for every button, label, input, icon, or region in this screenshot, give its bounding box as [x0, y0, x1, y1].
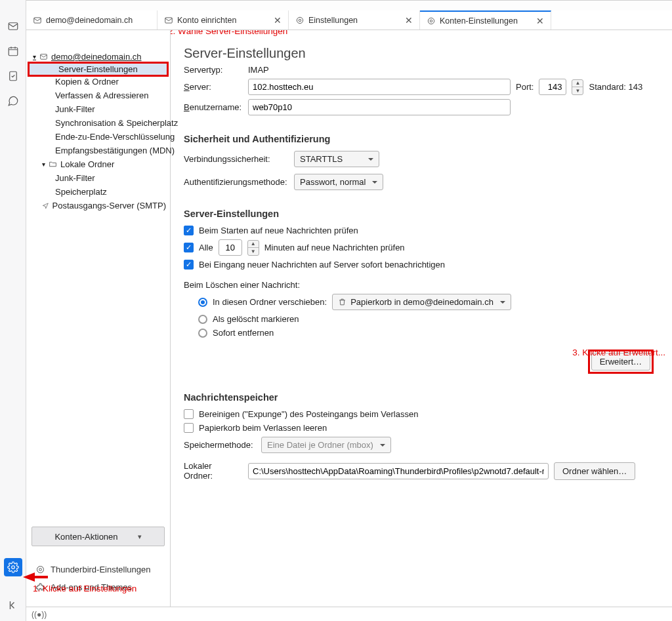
svg-point-3 [11, 566, 14, 569]
delete-remove-radio[interactable] [198, 329, 207, 338]
tab-label: Konto einrichten [177, 16, 236, 25]
sidebar-outgoing[interactable]: Postausgangs-Server (SMTP) [26, 199, 170, 212]
interval-spinner[interactable]: ▲▼ [247, 240, 259, 256]
server-input[interactable] [248, 79, 511, 95]
message-store-heading: Nachrichtenspeicher [184, 392, 659, 403]
status-bar: ((●)) [26, 607, 672, 621]
left-rail [0, 0, 26, 621]
svg-point-7 [297, 17, 303, 23]
delete-move-radio[interactable] [198, 298, 207, 307]
content-panel: Server-Einstellungen Servertyp: IMAP Ser… [171, 30, 672, 607]
servertype-value: IMAP [248, 65, 269, 75]
check-interval-input[interactable] [219, 239, 242, 256]
connsec-label: Verbindungssicherheit: [184, 154, 289, 164]
expunge-checkbox[interactable]: ✓ [184, 409, 194, 419]
choose-folder-button[interactable]: Ordner wählen… [554, 462, 635, 480]
sidebar-item-mdn[interactable]: Empfangsbestätigungen (MDN) [26, 144, 170, 157]
delete-move-label: In diesen Ordner verschieben: [213, 297, 327, 307]
chat-rail-icon[interactable] [4, 92, 22, 110]
settings-sidebar: ▾ demo@deinedomain.ch Server-Einstellung… [26, 30, 171, 607]
port-spinner[interactable]: ▲▼ [572, 79, 583, 95]
trash-folder-select[interactable]: Papierkorb in demo@deinedomain.ch [332, 294, 511, 310]
notify-on-arrival-checkbox[interactable]: ✓ [184, 260, 194, 270]
mail-icon [33, 16, 42, 25]
mail-icon [39, 52, 48, 61]
tab-label: demo@deinedomain.ch [46, 16, 133, 25]
sidebar-local-junk[interactable]: Junk-Filter [26, 171, 170, 185]
tab-label: Konten-Einstellungen [440, 16, 518, 26]
tab-label: Einstellungen [308, 16, 358, 25]
port-label: Port: [516, 82, 534, 92]
server-settings-heading: Server-Einstellungen [184, 209, 659, 219]
svg-rect-1 [9, 48, 18, 56]
svg-point-12 [37, 567, 44, 573]
annotation-3: 3. Klicke auf Erweitert... [572, 348, 665, 357]
check-interval-checkbox[interactable]: ✓ [184, 243, 194, 252]
status-icon: ((●)) [32, 610, 47, 619]
svg-rect-10 [41, 54, 47, 60]
annotation-2: 2. Wähle Server-Einstellungen [171, 30, 287, 36]
chevron-down-icon: ▾ [138, 532, 142, 541]
delete-mark-label: Als gelöscht markieren [213, 314, 299, 324]
connection-security-select[interactable]: STARTTLS [294, 151, 379, 167]
svg-rect-5 [165, 17, 173, 22]
folder-icon [49, 160, 57, 169]
delete-mark-radio[interactable] [198, 315, 207, 324]
sidebar-local-folders[interactable]: ▾ Lokale Ordner [26, 157, 170, 171]
authmethod-label: Authentifizierungsmethode: [184, 177, 289, 187]
auth-method-select[interactable]: Passwort, normal [294, 174, 383, 190]
security-heading: Sicherheit und Authentifizierung [184, 134, 659, 144]
gear-icon [35, 565, 45, 574]
store-method-select: Eine Datei je Ordner (mbox) [261, 437, 391, 453]
svg-rect-4 [34, 17, 41, 22]
tab-account-settings[interactable]: Konten-Einstellungen ✕ [420, 10, 551, 30]
collapse-rail-icon[interactable] [4, 596, 22, 614]
titlebar-spacer [26, 0, 672, 10]
close-icon[interactable]: ✕ [274, 15, 282, 26]
sidebar-local-disk[interactable]: Speicherplatz [26, 185, 170, 199]
server-label: Server: [184, 82, 243, 92]
sidebar-item-sync[interactable]: Synchronisation & Speicherplatz [26, 116, 170, 130]
svg-point-11 [39, 569, 42, 571]
svg-point-8 [430, 20, 432, 22]
tab-settings[interactable]: Einstellungen ✕ [289, 10, 420, 30]
expunge-label: Bereinigen ("Expunge") des Posteingangs … [199, 409, 418, 419]
close-icon[interactable]: ✕ [405, 15, 413, 26]
port-input[interactable] [539, 79, 566, 95]
calendar-rail-icon[interactable] [4, 42, 22, 60]
mail-icon [164, 16, 173, 25]
empty-trash-checkbox[interactable]: ✓ [184, 423, 194, 433]
local-folder-input[interactable] [248, 463, 549, 479]
gear-icon [427, 16, 436, 26]
account-name: demo@deinedomain.ch [51, 52, 142, 62]
tab-account[interactable]: demo@deinedomain.ch [26, 10, 158, 30]
local-folder-label: Lokaler Ordner: [184, 461, 243, 481]
check-on-start-checkbox[interactable]: ✓ [184, 226, 194, 235]
mail-rail-icon[interactable] [4, 17, 22, 35]
close-icon[interactable]: ✕ [536, 16, 544, 26]
username-label: Benutzername: [184, 102, 243, 112]
sidebar-item-junk[interactable]: Junk-Filter [26, 102, 170, 116]
tasks-rail-icon[interactable] [4, 67, 22, 85]
delete-heading: Beim Löschen einer Nachricht: [184, 280, 659, 290]
tabbar: demo@deinedomain.ch Konto einrichten ✕ E… [26, 10, 672, 30]
servertype-label: Servertyp: [184, 65, 243, 75]
annotation-1: 1. Klicke auf Einstellungen [33, 584, 136, 593]
tab-setup[interactable]: Konto einrichten ✕ [158, 10, 289, 30]
check-interval-post: Minuten auf neue Nachrichten prüfen [264, 243, 405, 252]
sidebar-item-compose[interactable]: Verfassen & Adressieren [26, 89, 170, 102]
thunderbird-settings-link[interactable]: Thunderbird-Einstellungen [32, 561, 165, 578]
page-title: Server-Einstellungen [184, 46, 659, 61]
settings-rail-icon[interactable] [4, 558, 22, 576]
sidebar-item-copies[interactable]: Kopien & Ordner [26, 75, 170, 89]
annotation-arrow-icon [23, 572, 35, 582]
username-input[interactable] [248, 99, 511, 115]
trash-icon [338, 298, 346, 306]
standard-port: Standard: 143 [589, 82, 642, 92]
svg-point-9 [428, 18, 434, 24]
svg-point-6 [299, 19, 301, 22]
account-actions-button[interactable]: Konten-Aktionen ▾ [32, 527, 165, 546]
sidebar-item-e2e[interactable]: Ende-zu-Ende-Verschlüsselung [26, 130, 170, 144]
notify-on-arrival-label: Bei Eingang neuer Nachrichten auf Server… [199, 260, 445, 270]
empty-trash-label: Papierkorb beim Verlassen leeren [199, 423, 327, 433]
